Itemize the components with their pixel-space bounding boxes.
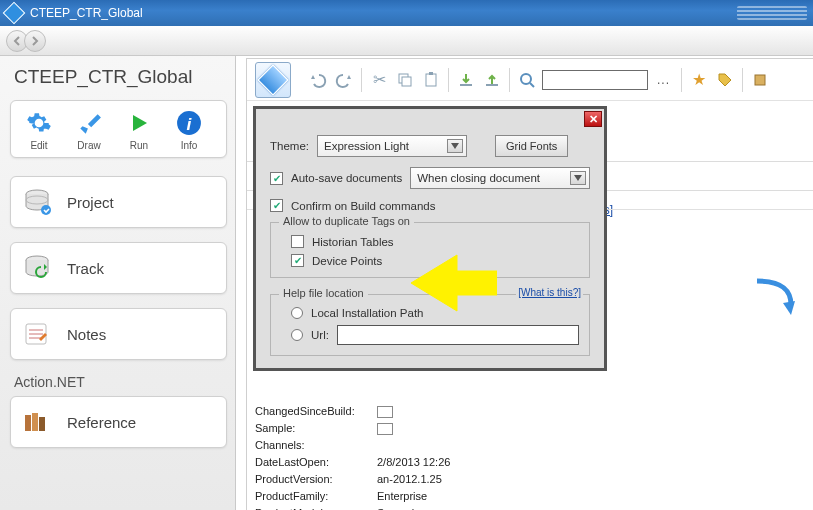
mode-label: Edit <box>30 140 47 151</box>
group-label: Help file location <box>279 287 368 299</box>
confirm-build-checkbox[interactable] <box>270 199 283 212</box>
chevron-down-icon <box>570 171 586 185</box>
redo-button[interactable] <box>333 69 355 91</box>
mode-icon-group: Edit Draw Run i Info <box>10 100 227 158</box>
zoom-button[interactable] <box>516 69 538 91</box>
historian-tables-checkbox[interactable] <box>291 235 304 248</box>
app-logo-icon <box>3 2 26 25</box>
svg-rect-17 <box>460 84 472 86</box>
theme-value: Expression Light <box>324 140 409 152</box>
autosave-mode-select[interactable]: When closing document <box>410 167 590 189</box>
prop-value: Enterprise <box>377 490 427 506</box>
sidebar-item-label: Notes <box>67 326 106 343</box>
chevron-down-icon <box>447 139 463 153</box>
close-button[interactable]: ✕ <box>584 111 602 127</box>
notes-icon <box>21 319 53 349</box>
diamond-icon <box>257 64 288 95</box>
help-url-input[interactable] <box>337 325 579 345</box>
mode-label: Draw <box>77 140 100 151</box>
play-icon <box>125 109 153 137</box>
sidebar-item-label: Track <box>67 260 104 277</box>
prop-key: ProductVersion: <box>255 473 377 489</box>
home-button[interactable] <box>255 62 291 98</box>
database-refresh-icon <box>21 253 53 283</box>
favorite-button[interactable]: ★ <box>688 69 710 91</box>
copy-button[interactable] <box>394 69 416 91</box>
device-points-label: Device Points <box>312 255 382 267</box>
svg-rect-14 <box>402 77 411 86</box>
books-icon <box>21 407 53 437</box>
autosave-mode-value: When closing document <box>417 172 540 184</box>
search-input[interactable] <box>542 70 648 90</box>
svg-point-4 <box>41 205 51 215</box>
window-title: CTEEP_CTR_Global <box>30 6 143 20</box>
mode-edit[interactable]: Edit <box>17 109 61 151</box>
theme-select[interactable]: Expression Light <box>317 135 467 157</box>
autosave-checkbox[interactable] <box>270 172 283 185</box>
help-url-radio[interactable] <box>291 329 303 341</box>
prop-key: DateLastOpen: <box>255 456 377 472</box>
svg-rect-10 <box>25 415 31 431</box>
mode-run[interactable]: Run <box>117 109 161 151</box>
import-button[interactable] <box>455 69 477 91</box>
sidebar-item-label: Reference <box>67 414 136 431</box>
settings-button[interactable] <box>749 69 771 91</box>
historian-tables-label: Historian Tables <box>312 236 394 248</box>
section-header: Action.NET <box>14 374 227 390</box>
window-titlebar: CTEEP_CTR_Global <box>0 0 813 26</box>
checkbox-disabled <box>377 406 393 418</box>
sidebar-item-project[interactable]: Project <box>10 176 227 228</box>
tag-button[interactable] <box>714 69 736 91</box>
svg-rect-18 <box>486 84 498 86</box>
wizard-arrow-icon <box>751 277 795 319</box>
titlebar-decoration <box>737 6 807 20</box>
export-button[interactable] <box>481 69 503 91</box>
prop-key: Channels: <box>255 439 377 455</box>
main-area: CTEEP_CTR_Global Edit Draw Run <box>0 56 813 510</box>
svg-rect-12 <box>39 417 45 431</box>
database-icon <box>21 187 53 217</box>
what-is-this-link[interactable]: [What is this?] <box>516 287 583 298</box>
left-panel: CTEEP_CTR_Global Edit Draw Run <box>0 56 236 510</box>
undo-button[interactable] <box>307 69 329 91</box>
theme-label: Theme: <box>270 140 309 152</box>
navigation-strip <box>0 26 813 56</box>
brush-icon <box>75 109 103 137</box>
sidebar-item-track[interactable]: Track <box>10 242 227 294</box>
help-local-radio[interactable] <box>291 307 303 319</box>
sidebar-item-reference[interactable]: Reference <box>10 396 227 448</box>
confirm-build-label: Confirm on Build commands <box>291 200 435 212</box>
mode-label: Run <box>130 140 148 151</box>
svg-point-19 <box>521 74 531 84</box>
cut-button[interactable]: ✂ <box>368 69 390 91</box>
search-more-button[interactable]: ... <box>652 70 675 90</box>
highlight-arrow-icon <box>407 251 497 315</box>
svg-rect-15 <box>426 74 436 86</box>
preferences-dialog: ✕ Theme: Expression Light Grid F <box>253 106 607 371</box>
svg-rect-16 <box>429 72 433 75</box>
main-toolbar: ✂ ... <box>247 59 813 101</box>
help-url-label: Url: <box>311 329 329 341</box>
prop-key: Sample: <box>255 422 377 438</box>
mode-label: Info <box>181 140 198 151</box>
mode-draw[interactable]: Draw <box>67 109 111 151</box>
svg-line-20 <box>530 83 534 87</box>
mode-info[interactable]: i Info <box>167 109 211 151</box>
checkbox-disabled <box>377 423 393 435</box>
svg-rect-21 <box>755 75 765 85</box>
prop-key: ChangedSinceBuild: <box>255 405 377 421</box>
right-panel: ✂ ... <box>236 56 813 510</box>
device-points-checkbox[interactable] <box>291 254 304 267</box>
gear-icon <box>25 109 53 137</box>
svg-rect-11 <box>32 413 38 431</box>
nav-forward-button[interactable] <box>24 30 46 52</box>
grid-fonts-button[interactable]: Grid Fonts <box>495 135 568 157</box>
sidebar-item-notes[interactable]: Notes <box>10 308 227 360</box>
project-title: CTEEP_CTR_Global <box>14 66 227 88</box>
autosave-label: Auto-save documents <box>291 172 402 184</box>
sidebar-item-label: Project <box>67 194 114 211</box>
info-icon: i <box>175 109 203 137</box>
prop-value: an-2012.1.25 <box>377 473 442 489</box>
paste-button[interactable] <box>420 69 442 91</box>
product-properties: ChangedSinceBuild: Sample: Channels: Dat… <box>255 405 809 510</box>
